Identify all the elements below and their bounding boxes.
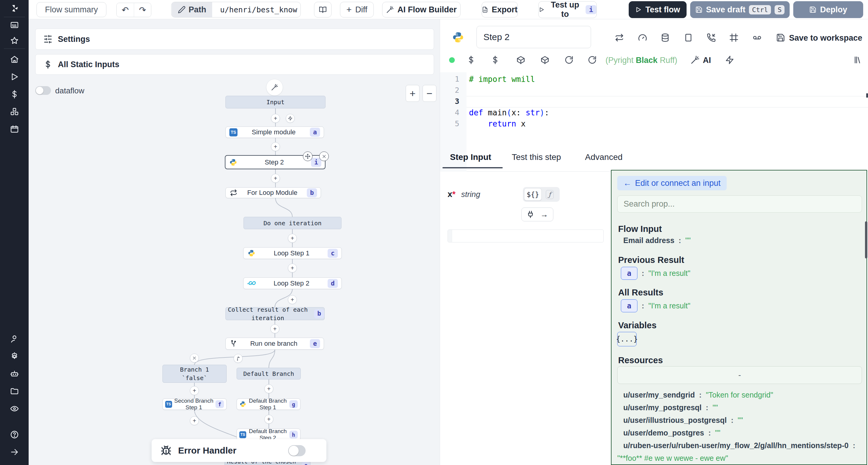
cache-database-icon[interactable]	[661, 33, 670, 42]
remove-branch-button[interactable]	[190, 354, 199, 363]
node-collect-result[interactable]: Collect result of each iteration b	[225, 307, 324, 320]
add-step-button[interactable]: +	[264, 415, 273, 424]
resource-row[interactable]: u/user/my_postgresql:""	[623, 403, 718, 412]
node-for-loop[interactable]: For Loop Module b	[225, 187, 321, 198]
frame-icon[interactable]	[730, 33, 738, 42]
test-up-to-button[interactable]: Test up to i	[538, 1, 597, 18]
step-name-input[interactable]	[476, 26, 591, 48]
node-simple-module[interactable]: TS Simple module a	[225, 127, 324, 138]
package-icon[interactable]	[516, 56, 525, 64]
runs-icon[interactable]	[0, 68, 29, 86]
add-step-button[interactable]: +	[264, 384, 273, 393]
package-icon[interactable]	[540, 56, 550, 64]
schedules-icon[interactable]	[0, 121, 29, 138]
path-button[interactable]: Path u/henri/best_know	[171, 2, 301, 18]
add-step-button[interactable]: +	[271, 142, 280, 151]
zap-icon[interactable]	[725, 56, 734, 64]
node-default-branch-step2[interactable]: TS Default Branch Step 2 h	[237, 429, 301, 441]
panel-scrollbar-thumb[interactable]	[865, 221, 867, 258]
node-default-branch-step1[interactable]: Default Branch Step 1 g	[237, 398, 301, 410]
add-step-button[interactable]: +	[271, 174, 280, 183]
save-to-workspace-label[interactable]: Save to workspace	[789, 33, 862, 43]
phone-incoming-icon[interactable]	[707, 33, 716, 42]
redo-button[interactable]: ↷	[134, 3, 151, 17]
docs-button[interactable]	[314, 2, 332, 18]
deploy-button[interactable]: Deploy	[793, 1, 863, 18]
add-step-button[interactable]: +	[190, 386, 199, 395]
resource-row[interactable]: u/user/my_sendgrid:"Token for sendgrid"	[623, 391, 773, 399]
test-flow-button[interactable]: Test flow	[629, 1, 687, 18]
resource-row[interactable]: u/user/demo_postgres:""	[623, 429, 720, 437]
zoom-out-button[interactable]: −	[423, 85, 436, 102]
dataflow-toggle[interactable]	[35, 86, 51, 95]
undo-button[interactable]: ↶	[117, 3, 134, 17]
window-icon[interactable]	[684, 33, 693, 42]
function-mode-button[interactable]: ƒ	[543, 188, 557, 201]
add-step-button[interactable]: +	[271, 114, 280, 123]
add-branch-button[interactable]	[234, 354, 243, 363]
save-draft-button[interactable]: Save draft Ctrl S	[690, 1, 789, 18]
flow-canvas[interactable]: Settings All Static Inputs dataflow + − …	[29, 19, 440, 465]
add-step-button[interactable]: +	[288, 234, 297, 243]
node-loop-step1[interactable]: Loop Step 1 c	[243, 247, 342, 259]
node-do-one-iteration[interactable]: Do one iteration	[244, 217, 341, 229]
save-icon[interactable]	[776, 33, 785, 42]
resources-selector[interactable]: -	[617, 366, 862, 384]
search-prop-input[interactable]	[617, 195, 862, 212]
settings-gear-icon[interactable]	[0, 347, 29, 365]
performance-gauge-icon[interactable]	[638, 33, 647, 42]
add-step-button[interactable]: +	[288, 264, 297, 272]
arg-value-input[interactable]	[447, 230, 604, 242]
tab-advanced[interactable]: Advanced	[585, 153, 623, 171]
voicemail-icon[interactable]	[752, 33, 762, 42]
trigger-bolt-button[interactable]	[286, 114, 295, 123]
result-key-badge[interactable]: a	[621, 267, 638, 280]
node-branch1[interactable]: Branch 1 `false`	[162, 365, 227, 383]
edit-or-connect-button[interactable]: ← Edit or connect an input	[617, 176, 727, 190]
add-step-button[interactable]: +	[270, 324, 279, 333]
variable-picker-icon[interactable]	[467, 56, 475, 64]
help-icon[interactable]	[0, 426, 29, 443]
node-default-branch[interactable]: Default Branch	[237, 368, 301, 379]
user-icon[interactable]	[0, 330, 29, 347]
node-second-branch-step1[interactable]: TS Second Branch Step 1 f	[162, 398, 227, 410]
all-results-row[interactable]: a : "I'm a result"	[621, 299, 690, 312]
resources-icon[interactable]	[0, 103, 29, 121]
collapse-arrow-icon[interactable]	[0, 443, 29, 461]
windmill-logo[interactable]	[0, 0, 29, 17]
move-step-button[interactable]	[303, 152, 313, 161]
flow-input-row[interactable]: Email address : ""	[623, 236, 691, 245]
node-run-one-branch[interactable]: Run one branch e	[225, 338, 324, 350]
favorites-star-icon[interactable]	[0, 33, 29, 48]
add-step-button[interactable]: +	[288, 295, 297, 304]
home-icon[interactable]	[0, 51, 29, 68]
resource-picker-icon[interactable]	[491, 56, 500, 64]
swap-language-icon[interactable]	[615, 33, 624, 42]
zoom-in-button[interactable]: +	[406, 85, 420, 102]
tab-test-this-step[interactable]: Test this step	[512, 153, 561, 171]
node-input[interactable]: Input	[225, 96, 326, 108]
error-handler-toggle[interactable]	[288, 445, 306, 456]
audit-eye-icon[interactable]	[0, 400, 29, 418]
folders-icon[interactable]	[0, 383, 29, 400]
template-mode-button[interactable]: ${}	[524, 188, 541, 201]
ai-wand-icon[interactable]	[690, 56, 700, 64]
library-icon[interactable]	[853, 56, 862, 64]
export-button[interactable]: Export	[482, 2, 518, 18]
reload-icon[interactable]	[588, 56, 597, 64]
previous-result-row[interactable]: a : "I'm a result"	[621, 267, 690, 280]
add-step-button[interactable]: +	[190, 416, 199, 425]
ai-flow-builder-button[interactable]: AI Flow Builder	[382, 2, 461, 18]
all-static-inputs-card[interactable]: All Static Inputs	[35, 54, 434, 75]
variables-badge[interactable]: {...}	[617, 332, 637, 346]
delete-step-button[interactable]	[319, 152, 329, 161]
reload-icon[interactable]	[564, 56, 574, 64]
variables-icon[interactable]	[0, 86, 29, 103]
connect-input-group[interactable]: →	[521, 207, 553, 221]
workers-robot-icon[interactable]	[0, 365, 29, 383]
ai-wand-button[interactable]	[266, 79, 283, 96]
ai-label[interactable]: AI	[703, 56, 711, 65]
apps-icon[interactable]	[0, 17, 29, 33]
diff-button[interactable]: + Diff	[340, 2, 374, 18]
result-key-badge[interactable]: a	[621, 299, 638, 312]
